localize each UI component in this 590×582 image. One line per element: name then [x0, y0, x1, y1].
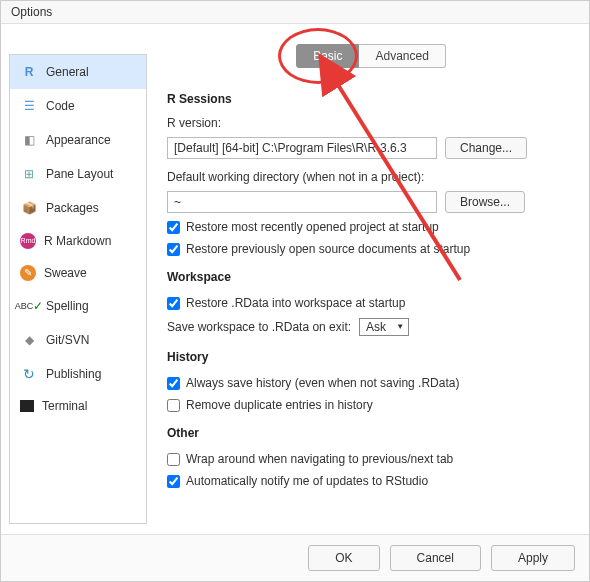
window-body: R General ☰ Code ◧ Appearance ⊞ Pane Lay… [1, 24, 589, 534]
sidebar-item-code[interactable]: ☰ Code [10, 89, 146, 123]
tab-basic[interactable]: Basic [296, 44, 359, 68]
sidebar-item-general[interactable]: R General [10, 55, 146, 89]
sidebar-item-appearance[interactable]: ◧ Appearance [10, 123, 146, 157]
sidebar-item-label: Spelling [46, 299, 89, 313]
appearance-icon: ◧ [20, 131, 38, 149]
section-other-title: Other [167, 426, 575, 440]
terminal-icon [20, 400, 34, 412]
ok-button[interactable]: OK [308, 545, 379, 571]
sidebar-item-label: Code [46, 99, 75, 113]
r-version-label: R version: [167, 116, 575, 130]
restore-docs-label: Restore previously open source documents… [186, 242, 470, 256]
apply-button[interactable]: Apply [491, 545, 575, 571]
sidebar-item-rmarkdown[interactable]: Rmd R Markdown [10, 225, 146, 257]
always-save-history-label: Always save history (even when not savin… [186, 376, 459, 390]
restore-project-label: Restore most recently opened project at … [186, 220, 439, 234]
publishing-icon: ↻ [20, 365, 38, 383]
window-title: Options [1, 1, 589, 24]
sidebar-item-label: R Markdown [44, 234, 111, 248]
packages-icon: 📦 [20, 199, 38, 217]
save-workspace-select[interactable]: Ask [359, 318, 409, 336]
sidebar-item-publishing[interactable]: ↻ Publishing [10, 357, 146, 391]
wd-input[interactable] [167, 191, 437, 213]
git-icon: ◆ [20, 331, 38, 349]
tabs: Basic Advanced [167, 44, 575, 68]
sidebar-item-spelling[interactable]: ABC✓ Spelling [10, 289, 146, 323]
sidebar-item-git[interactable]: ◆ Git/SVN [10, 323, 146, 357]
footer: OK Cancel Apply [1, 534, 589, 581]
r-icon: R [20, 63, 38, 81]
sidebar-item-pane-layout[interactable]: ⊞ Pane Layout [10, 157, 146, 191]
sidebar-item-label: Pane Layout [46, 167, 113, 181]
save-workspace-label: Save workspace to .RData on exit: [167, 320, 351, 334]
change-button[interactable]: Change... [445, 137, 527, 159]
always-save-history-checkbox[interactable] [167, 377, 180, 390]
sidebar-item-label: Packages [46, 201, 99, 215]
cancel-button[interactable]: Cancel [390, 545, 481, 571]
restore-rdata-checkbox[interactable] [167, 297, 180, 310]
restore-project-checkbox[interactable] [167, 221, 180, 234]
sidebar-item-sweave[interactable]: ✎ Sweave [10, 257, 146, 289]
wrap-checkbox[interactable] [167, 453, 180, 466]
section-rsessions-title: R Sessions [167, 92, 575, 106]
remove-dupes-label: Remove duplicate entries in history [186, 398, 373, 412]
save-workspace-value: Ask [366, 320, 386, 334]
wrap-label: Wrap around when navigating to previous/… [186, 452, 453, 466]
notify-label: Automatically notify me of updates to RS… [186, 474, 428, 488]
sidebar-item-label: Sweave [44, 266, 87, 280]
options-window: Options R General ☰ Code ◧ Appearance ⊞ … [0, 0, 590, 582]
tab-advanced[interactable]: Advanced [359, 44, 445, 68]
browse-button[interactable]: Browse... [445, 191, 525, 213]
sidebar-item-label: Git/SVN [46, 333, 89, 347]
section-history-title: History [167, 350, 575, 364]
sidebar-item-label: Terminal [42, 399, 87, 413]
notify-checkbox[interactable] [167, 475, 180, 488]
remove-dupes-checkbox[interactable] [167, 399, 180, 412]
rmarkdown-icon: Rmd [20, 233, 36, 249]
sidebar-item-label: Publishing [46, 367, 101, 381]
main-panel: Basic Advanced R Sessions R version: Cha… [147, 24, 589, 534]
section-workspace-title: Workspace [167, 270, 575, 284]
wd-label: Default working directory (when not in a… [167, 170, 575, 184]
r-version-input[interactable] [167, 137, 437, 159]
sweave-icon: ✎ [20, 265, 36, 281]
sidebar-item-terminal[interactable]: Terminal [10, 391, 146, 421]
code-icon: ☰ [20, 97, 38, 115]
sidebar-item-label: General [46, 65, 89, 79]
sidebar-item-packages[interactable]: 📦 Packages [10, 191, 146, 225]
restore-rdata-label: Restore .RData into workspace at startup [186, 296, 405, 310]
pane-icon: ⊞ [20, 165, 38, 183]
sidebar-item-label: Appearance [46, 133, 111, 147]
sidebar: R General ☰ Code ◧ Appearance ⊞ Pane Lay… [9, 54, 147, 524]
restore-docs-checkbox[interactable] [167, 243, 180, 256]
spelling-icon: ABC✓ [20, 297, 38, 315]
